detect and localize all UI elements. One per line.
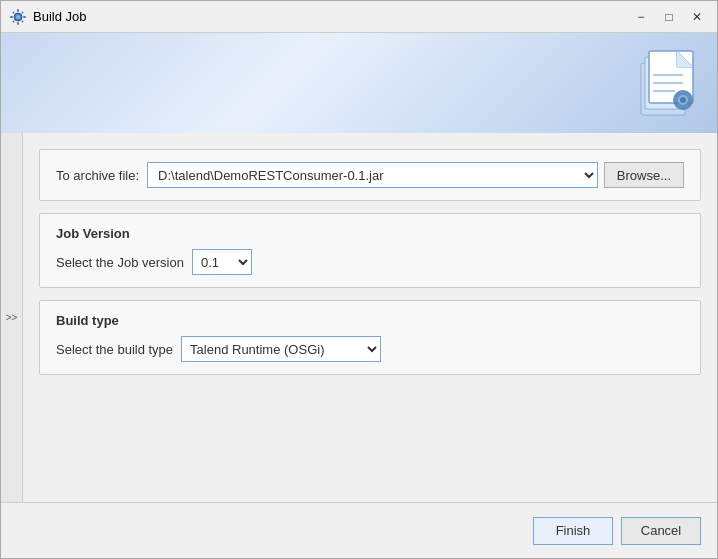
main-area: >> To archive file: D:\talend\DemoRESTCo…	[1, 133, 717, 502]
build-job-window: Build Job − □ ✕	[0, 0, 718, 559]
cancel-button[interactable]: Cancel	[621, 517, 701, 545]
job-version-label: Select the Job version	[56, 255, 184, 270]
minimize-button[interactable]: −	[629, 5, 653, 29]
sidebar-toggle[interactable]: >>	[1, 133, 23, 502]
title-bar: Build Job − □ ✕	[1, 1, 717, 33]
svg-rect-9	[21, 20, 24, 23]
svg-point-1	[16, 15, 20, 19]
build-type-label: Select the build type	[56, 342, 173, 357]
window-icon	[9, 8, 27, 26]
svg-rect-5	[23, 16, 26, 18]
job-version-section: Job Version Select the Job version 0.1 0…	[39, 213, 701, 288]
svg-rect-3	[17, 22, 19, 25]
svg-rect-8	[12, 20, 15, 23]
archive-file-input[interactable]: D:\talend\DemoRESTConsumer-0.1.jar	[147, 162, 598, 188]
close-button[interactable]: ✕	[685, 5, 709, 29]
banner-icon	[633, 45, 703, 123]
sidebar-toggle-label: >>	[6, 312, 18, 323]
footer: Finish Cancel	[1, 502, 717, 558]
svg-rect-6	[12, 11, 15, 14]
window-title: Build Job	[33, 9, 629, 24]
archive-input-wrapper: D:\talend\DemoRESTConsumer-0.1.jar Brows…	[147, 162, 684, 188]
archive-label: To archive file:	[56, 168, 139, 183]
svg-rect-2	[17, 9, 19, 12]
svg-rect-7	[21, 11, 24, 14]
window-controls: − □ ✕	[629, 5, 709, 29]
browse-button[interactable]: Browse...	[604, 162, 684, 188]
banner-area	[1, 33, 717, 133]
content-panel: To archive file: D:\talend\DemoRESTConsu…	[23, 133, 717, 502]
build-type-select[interactable]: Talend Runtime (OSGi) Standard Docker Im…	[181, 336, 381, 362]
finish-button[interactable]: Finish	[533, 517, 613, 545]
job-version-heading: Job Version	[56, 226, 684, 241]
job-version-row: Select the Job version 0.1 0.2 1.0	[56, 249, 684, 275]
build-type-section: Build type Select the build type Talend …	[39, 300, 701, 375]
svg-point-20	[680, 97, 686, 103]
build-type-heading: Build type	[56, 313, 684, 328]
build-type-row: Select the build type Talend Runtime (OS…	[56, 336, 684, 362]
archive-section: To archive file: D:\talend\DemoRESTConsu…	[39, 149, 701, 201]
svg-rect-4	[10, 16, 13, 18]
maximize-button[interactable]: □	[657, 5, 681, 29]
job-version-select[interactable]: 0.1 0.2 1.0	[192, 249, 252, 275]
archive-row: To archive file: D:\talend\DemoRESTConsu…	[56, 162, 684, 188]
